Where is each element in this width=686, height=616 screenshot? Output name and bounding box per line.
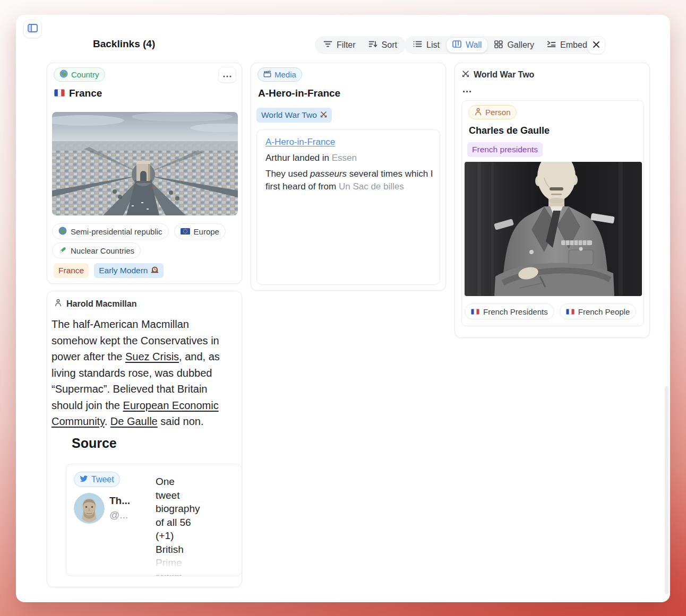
pill-label: Europe — [194, 227, 219, 236]
source-heading: Source — [72, 436, 117, 451]
main-panel: Backlinks (4) Filter Sort List Wall Gall… — [16, 15, 670, 602]
card-a-hero-in-france[interactable]: Media A-Hero-in-France World War Two A-H… — [251, 63, 446, 291]
link-de-gaulle[interactable]: De Gaulle — [110, 415, 158, 427]
body-segment: . — [105, 415, 110, 427]
tweet-line: Minist... — [156, 570, 236, 577]
ww2-header-row: World War Two — [462, 70, 534, 80]
view-wall-label: Wall — [466, 40, 482, 50]
sidebar-toggle-icon — [28, 24, 38, 34]
tag-world-war-two[interactable]: World War Two — [256, 108, 332, 123]
view-wall-button[interactable]: Wall — [446, 37, 488, 53]
macmillan-header-row: Harold Macmillan — [54, 299, 136, 309]
tag-label: World War Two — [261, 110, 317, 120]
tweet-line: British — [156, 543, 236, 557]
globe-icon — [59, 70, 68, 80]
de-gaulle-title: Charles de Gaulle — [469, 125, 550, 136]
card-harold-macmillan[interactable]: Harold Macmillan The half-American Macmi… — [47, 291, 242, 587]
hero-line-2: They used passeurs several times which I… — [265, 168, 434, 193]
sort-button[interactable]: Sort — [362, 36, 404, 54]
type-badge-country[interactable]: Country — [54, 67, 105, 82]
france-pill-row-2: Nuclear Countries — [52, 242, 141, 258]
view-switcher: List Wall Gallery Embed — [405, 36, 596, 54]
pill-europe[interactable]: Europe — [174, 223, 226, 239]
hero-line-1: Arthur landed in Essen — [265, 153, 357, 163]
globe-icon — [58, 227, 67, 237]
filter-sort-group: Filter Sort — [315, 36, 406, 54]
card-charles-de-gaulle[interactable]: Person Charles de Gaulle French presiden… — [461, 100, 644, 326]
hero-line2-ref: Un Sac de billes — [339, 181, 404, 192]
hero-line1-text: Arthur landed in — [265, 153, 332, 163]
sidebar-toggle-button[interactable] — [23, 20, 42, 38]
pill-label: French Presidents — [483, 307, 548, 316]
tweet-text: One tweet biography of all 56 (+1) Briti… — [156, 475, 236, 576]
filter-label: Filter — [337, 40, 356, 50]
tag-label: Early Modern — [99, 266, 148, 275]
test-tube-icon — [58, 246, 67, 256]
tweet-badge[interactable]: Tweet — [74, 472, 120, 487]
pill-label: French People — [578, 307, 630, 316]
more-button[interactable] — [218, 67, 236, 83]
type-badge-media-label: Media — [275, 70, 296, 79]
card-france[interactable]: Country France — [47, 63, 242, 284]
person-icon — [54, 299, 62, 309]
clapperboard-icon — [263, 70, 271, 79]
scrollbar[interactable] — [665, 386, 668, 594]
filter-button[interactable]: Filter — [317, 36, 362, 54]
link-suez-crisis[interactable]: Suez Crisis — [125, 351, 179, 362]
sort-icon — [368, 40, 378, 50]
page-title: Backlinks (4) — [93, 38, 155, 50]
tweet-badge-label: Tweet — [91, 475, 114, 484]
france-flag-icon — [54, 88, 65, 99]
view-embed-button[interactable]: Embed — [541, 36, 594, 54]
wall-icon — [452, 40, 461, 50]
card-world-war-two[interactable]: World War Two ... Person Charles de Gaul… — [455, 63, 650, 338]
tweet-line: biography — [156, 502, 236, 516]
crossed-swords-icon — [320, 110, 327, 120]
close-button[interactable] — [587, 36, 605, 54]
tag-early-modern[interactable]: Early Modern — [94, 263, 164, 278]
tag-label: France — [58, 266, 84, 275]
view-gallery-button[interactable]: Gallery — [488, 36, 541, 54]
card-france-title-row: France — [54, 88, 102, 99]
de-gaulle-portrait-image — [465, 162, 642, 296]
france-tag-row: France Early Modern — [54, 263, 164, 278]
type-badge-person-label: Person — [485, 108, 511, 117]
tag-french-presidents[interactable]: French presidents — [467, 142, 543, 157]
tweet-author-name: Th... — [109, 495, 130, 507]
macmillan-body: The half-American Macmillan somehow kept… — [52, 316, 237, 430]
type-badge-media[interactable]: Media — [258, 67, 302, 82]
tweet-line: tweet — [156, 489, 236, 502]
paris-aerial-image — [52, 112, 238, 215]
view-embed-label: Embed — [560, 40, 587, 50]
eu-flag-icon — [181, 227, 190, 236]
pill-french-people[interactable]: French People — [560, 303, 637, 319]
view-list-label: List — [426, 40, 440, 50]
card-hero-title: A-Hero-in-France — [258, 88, 340, 99]
hero-backlink[interactable]: A-Hero-in-France — [265, 137, 335, 148]
crossed-swords-icon — [462, 70, 469, 80]
person-icon — [474, 108, 482, 117]
hero-backlink-text[interactable]: A-Hero-in-France — [265, 137, 335, 147]
pill-label: Semi-presidential republic — [71, 227, 162, 236]
view-gallery-label: Gallery — [507, 40, 534, 50]
list-icon — [413, 40, 422, 50]
close-icon — [593, 41, 600, 50]
filter-icon — [323, 40, 332, 50]
tag-france[interactable]: France — [54, 263, 89, 278]
desktop-background: { "header": { "title": "Backlinks (4)" }… — [0, 0, 686, 616]
tweet-embed[interactable]: Tweet Th... @... One tweet biography of … — [66, 464, 242, 576]
hero-content-box: A-Hero-in-France Arthur landed in Essen … — [256, 129, 440, 285]
hero-line1-ref: Essen — [332, 153, 357, 163]
tweet-line: One — [156, 475, 236, 489]
card-france-title: France — [69, 88, 102, 99]
view-list-button[interactable]: List — [407, 36, 446, 54]
hero-line2-italic: passeurs — [310, 169, 347, 179]
tag-label: French presidents — [472, 145, 538, 154]
pill-nuclear-countries[interactable]: Nuclear Countries — [52, 242, 141, 258]
mantel-clock-icon — [151, 266, 159, 275]
pill-label: Nuclear Countries — [71, 246, 134, 255]
france-flag-icon — [566, 307, 574, 316]
pill-french-presidents[interactable]: French Presidents — [465, 303, 554, 319]
type-badge-person[interactable]: Person — [468, 105, 517, 119]
pill-semi-presidential[interactable]: Semi-presidential republic — [52, 223, 169, 239]
